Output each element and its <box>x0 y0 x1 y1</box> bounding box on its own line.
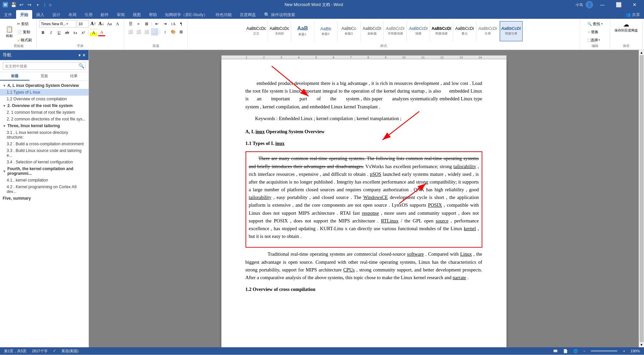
para-heading-a[interactable]: A, L inux Operating System Overview <box>246 128 482 136</box>
save-to-baidu-btn[interactable]: ☁ 保存到百度网盘 <box>613 20 640 34</box>
page-count[interactable]: 第1页，共5页 <box>4 349 26 354</box>
para-heading-1-2[interactable]: 1.2 Overview of cross compilation <box>246 286 482 293</box>
tab-baidu[interactable]: 百度网盘 <box>236 10 260 19</box>
style-strong-em[interactable]: AaBbCcDi 明显强调 <box>430 21 453 41</box>
tab-view[interactable]: 视图 <box>129 10 145 19</box>
language[interactable]: 英语(美国) <box>61 349 78 354</box>
nav-item-2-1[interactable]: 2. 1 common format of root file system <box>0 109 89 116</box>
red-box-section[interactable]: There are many common real-time operatin… <box>246 151 482 248</box>
font-color-btn[interactable]: A <box>98 29 105 36</box>
nav-item-4-1[interactable]: 4.1 , kernel compilation <box>0 177 89 184</box>
borders-btn[interactable]: ⊞ <box>177 28 185 36</box>
word-count[interactable]: 2817个字 <box>32 349 47 354</box>
nav-tab-headings[interactable]: 标题 <box>0 72 30 81</box>
select-btn[interactable]: ⬚ 选择 ▾ <box>586 36 604 44</box>
increase-indent-btn[interactable]: ⇥ <box>161 20 169 28</box>
underline-btn[interactable]: U <box>55 29 63 36</box>
close-btn[interactable]: ✕ <box>628 0 641 9</box>
style-normal[interactable]: AaBbCcDc 正文 <box>245 21 268 41</box>
tab-insert[interactable]: 插入 <box>32 10 48 19</box>
customize-quick-btn[interactable]: ▾ <box>34 1 41 8</box>
strikethrough-btn[interactable]: ab <box>63 29 71 36</box>
nav-item-3-3[interactable]: 3.3 . Build Linux source code and tailor… <box>0 147 89 159</box>
style-subtle-em[interactable]: AaBbCcDi 不明显强调 <box>384 21 407 41</box>
view-mode-print[interactable]: 📄 <box>563 349 568 353</box>
style-strong[interactable]: AaBbCcDi 要点 <box>453 21 476 41</box>
multilevel-list-btn[interactable]: ⊞ <box>143 20 150 28</box>
tab-review[interactable]: 审阅 <box>113 10 129 19</box>
para-boxed[interactable]: There are many common real-time operatin… <box>249 155 479 240</box>
nav-item-3-2[interactable]: 3.2 . Build a cross-compilation environm… <box>0 141 89 147</box>
bold-btn[interactable]: B <box>39 29 47 36</box>
para-intro[interactable]: embedded product development there is a … <box>246 80 482 111</box>
maximize-btn[interactable]: ⬜ <box>612 0 625 9</box>
style-em[interactable]: AaBbCcDi 强调 <box>407 21 430 41</box>
para-keywords[interactable]: Keywords : Embedded Linux ; kernel compi… <box>246 115 482 122</box>
scroll-down-btn[interactable]: ▼ <box>640 343 643 347</box>
sort-btn[interactable]: ↕A <box>169 20 177 28</box>
style-quote[interactable]: AaBbCcDi 引用 <box>477 21 499 41</box>
cut-btn[interactable]: ✂ 剪切 <box>15 20 34 28</box>
nav-item-1-1[interactable]: 1.1 Types of L inux <box>0 89 89 96</box>
tab-share[interactable]: 👥共享 <box>622 10 644 19</box>
nav-item-2[interactable]: ▼ 2. Overview of the root file system <box>0 102 89 109</box>
subscript-btn[interactable]: x₂ <box>71 29 79 36</box>
nav-item-1[interactable]: ▼ A, L inux Operating System Overview <box>0 82 89 89</box>
increase-font-btn[interactable]: A↑ <box>90 20 97 28</box>
decrease-indent-btn[interactable]: ⇤ <box>153 20 161 28</box>
doc-area[interactable]: 1234567891011121314 <box>89 50 639 347</box>
bullet-list-btn[interactable]: ☰ <box>127 20 134 28</box>
save-quick-btn[interactable]: 💾 <box>10 1 17 8</box>
scroll-up-btn[interactable]: ▲ <box>640 51 643 54</box>
align-center-btn[interactable]: ⬜ <box>135 28 142 36</box>
tab-file[interactable]: 文件 <box>0 10 16 19</box>
align-right-btn[interactable]: ⬜ <box>143 28 150 36</box>
tab-special[interactable]: 特色功能 <box>212 10 236 19</box>
style-subtitle[interactable]: AaBbCcDi 副标题 <box>361 21 384 41</box>
nav-dropdown-btn[interactable]: ▾ <box>78 53 81 58</box>
tab-help[interactable]: 帮助 <box>145 10 161 19</box>
nav-tab-results[interactable]: 结果 <box>59 72 89 81</box>
view-mode-web[interactable]: 🌐 <box>573 349 578 353</box>
zoom-in-btn[interactable]: + <box>623 349 625 353</box>
nav-item-2-2[interactable]: 2. 2 common directories of the root file… <box>0 116 89 122</box>
nav-item-5[interactable]: Five, summary <box>0 195 89 202</box>
replace-btn[interactable]: ↔ 替换 <box>586 28 604 36</box>
nav-item-1-2[interactable]: 1.2 Overview of cross compilation <box>0 96 89 102</box>
search-icon[interactable]: 🔍 <box>77 62 86 69</box>
zoom-out-btn[interactable]: − <box>583 349 585 353</box>
italic-btn[interactable]: I <box>47 29 55 36</box>
para-traditional[interactable]: Traditional real-time operating systems … <box>246 250 482 282</box>
text-highlight-btn[interactable]: A <box>90 29 97 36</box>
style-strong-quote[interactable]: AaBbCcDi 明显引用 <box>500 21 523 41</box>
nav-item-3-4[interactable]: 3.4 . Selection of kernel configuration <box>0 159 89 165</box>
undo-quick-btn[interactable]: ↩ <box>18 1 25 8</box>
shading-btn[interactable]: 🎨 <box>169 28 177 36</box>
minimize-btn[interactable]: — <box>596 0 609 9</box>
doc-text[interactable]: embedded product development there is a … <box>246 80 482 293</box>
scroll-thumb[interactable] <box>640 55 644 342</box>
nav-item-3-1[interactable]: 3.1 , L inux kernel source directory str… <box>0 129 89 141</box>
vertical-scrollbar[interactable]: ▲ ▼ <box>639 50 644 347</box>
user-avatar[interactable]: 👤 <box>586 1 593 8</box>
tab-search[interactable]: 🔍操作说明搜索 <box>260 10 299 19</box>
nav-close-btn[interactable]: ✕ <box>82 53 86 58</box>
style-h1[interactable]: AaB 标题1 <box>291 21 314 41</box>
style-h3[interactable]: AaBbCc 标题3 <box>338 21 361 41</box>
copy-btn[interactable]: 📄 复制 <box>15 28 34 36</box>
tab-layout[interactable]: 布局 <box>64 10 80 19</box>
tab-references[interactable]: 引用 <box>80 10 97 19</box>
zoom-slider[interactable] <box>591 350 618 352</box>
font-size-dropdown[interactable]: 10 <box>77 20 89 28</box>
paste-btn[interactable]: 📋 粘贴 <box>4 22 15 42</box>
text-effect-btn[interactable]: A <box>114 20 121 28</box>
doc-page[interactable]: embedded product development there is a … <box>221 59 506 347</box>
tab-mailings[interactable]: 邮件 <box>97 10 113 19</box>
tab-zhiwang[interactable]: 知网研学（原E-Study） <box>161 10 212 19</box>
zoom-level[interactable]: 190% <box>631 349 640 353</box>
view-mode-read[interactable]: 📖 <box>553 349 558 353</box>
align-justify-btn[interactable]: ⬜ <box>151 28 158 36</box>
superscript-btn[interactable]: x² <box>79 29 87 36</box>
nav-item-4[interactable]: ▼ Fourth, the kernel compilation and pro… <box>0 165 89 177</box>
nav-tab-pages[interactable]: 页面 <box>30 72 59 81</box>
